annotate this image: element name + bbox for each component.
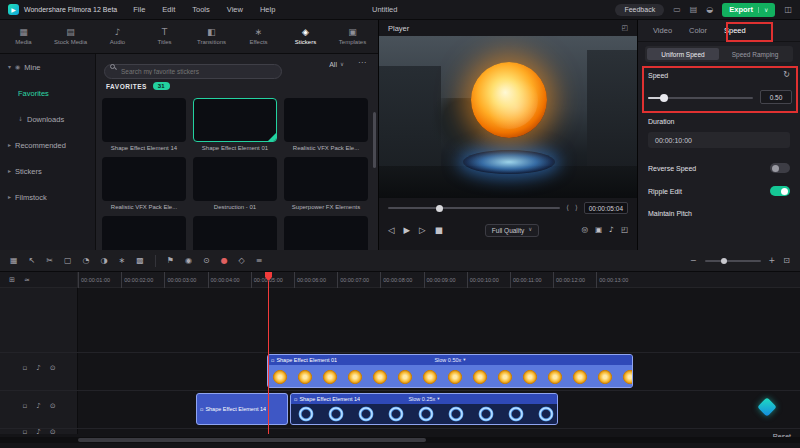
split-tool-icon[interactable]: ✂ [46,257,53,265]
tab-audio[interactable]: ♪Audio [94,20,141,53]
clip-speed-badge[interactable]: Slow 0.50x▾ [434,357,465,363]
timeline-ruler[interactable]: ⊞ ≈ 00:00:01:00 00:00:02:00 00:00:03:00 … [0,272,800,288]
screen-record-icon[interactable]: ▭ [673,6,681,14]
menu-help[interactable]: Help [260,5,275,14]
track-source-icon[interactable]: ▫ [22,365,27,372]
detach-player-icon[interactable]: ◰ [621,25,628,32]
sidebar-item-favorites[interactable]: Favorites [0,80,95,106]
subtab-speed-ramping[interactable]: Speed Ramping [719,48,791,60]
sticker-item-selected[interactable]: Shape Effect Element 01 [193,98,277,151]
stop-icon[interactable]: ■ [435,226,443,235]
mark-out-icon[interactable]: ⟩ [575,205,578,212]
sidebar-item-recommended[interactable]: ▸Recommended [0,132,95,158]
sticker-item[interactable]: Destruction - 01 [193,157,277,210]
sticker-item[interactable]: Superpower FX Elements [284,157,368,210]
ripple-edit-toggle[interactable] [770,186,790,196]
ai-sparkle-icon[interactable] [757,397,777,417]
export-button[interactable]: Export ∨ [722,3,775,17]
notification-icon[interactable]: ◒ [706,6,713,14]
fullscreen-icon[interactable]: ◰ [621,226,628,234]
sidebar-item-stickers[interactable]: ▸Stickers [0,158,95,184]
duration-value-field[interactable]: 00:00:10:00 [648,132,790,148]
voiceover-tool-icon[interactable]: ⊙ [203,257,210,265]
shortcut-icon[interactable]: ▤ [690,6,698,14]
timeline-clip-shape-effect-14[interactable]: ▫Shape Effect Element 14 [196,393,288,425]
sidebar-item-mine[interactable]: ▾◉Mine [0,54,95,80]
snapshot-icon[interactable]: ◎ [581,226,588,234]
quality-dropdown[interactable]: Full Quality ∨ [485,224,540,237]
next-frame-icon[interactable]: ▷ [419,226,426,235]
mark-in-icon[interactable]: ⟨ [566,205,569,212]
mixer-tool-icon[interactable]: ≡ [256,257,263,265]
previous-frame-icon[interactable]: ◁ [388,226,395,235]
video-preview[interactable] [379,36,637,198]
crop-tool-icon[interactable]: ▢ [64,257,72,265]
menu-view[interactable]: View [227,5,243,14]
horizontal-scrollbar[interactable] [0,437,800,443]
snapshot-tool-icon[interactable]: ◉ [185,257,192,265]
timeline-zoom-slider[interactable] [705,260,761,262]
record-button-icon[interactable]: ● [221,257,228,265]
track-visibility-icon[interactable]: ⊙ [50,403,56,410]
track-source-icon[interactable]: ▫ [22,403,27,410]
sidebar-item-downloads[interactable]: ↓Downloads [0,106,95,132]
menu-file[interactable]: File [133,5,145,14]
track-mute-icon[interactable]: ♪ [36,403,40,410]
menu-tools[interactable]: Tools [192,5,210,14]
feedback-button[interactable]: Feedback [615,4,664,16]
track-source-icon[interactable]: ▫ [22,429,27,436]
track-visibility-icon[interactable]: ⊙ [50,429,56,436]
play-icon[interactable]: ▶ [404,226,411,235]
mask-tool-icon[interactable]: ▩ [136,257,144,265]
sticker-item[interactable] [102,216,186,250]
volume-icon[interactable]: ♪ [609,226,614,234]
search-input[interactable] [104,64,282,79]
menu-edit[interactable]: Edit [162,5,175,14]
zoom-out-icon[interactable]: − [690,257,697,265]
effects-tool-icon[interactable]: ∗ [119,257,126,265]
timeline-clip-shape-effect-01[interactable]: ▫Shape Effect Element 01 Slow 0.50x▾ [267,354,633,388]
tab-transitions[interactable]: ◧Transitions [188,20,235,53]
horizontal-scrollbar-thumb[interactable] [78,438,426,442]
snap-toggle-icon[interactable]: ≈ [24,277,30,284]
add-track-icon[interactable]: ⊞ [9,277,15,284]
export-chevron-icon[interactable]: ∨ [758,7,768,13]
timeline-zoom-handle[interactable] [721,258,727,264]
timeline-clip-shape-effect-14-slow[interactable]: ▫Shape Effect Element 14 Slow 0.25x▾ [290,393,558,425]
clip-speed-badge[interactable]: Slow 0.25x▾ [408,396,439,402]
tab-stock-media[interactable]: ▤Stock Media [47,20,94,53]
more-options-icon[interactable]: ⋯ [358,59,366,67]
seek-bar[interactable] [388,207,560,209]
playhead[interactable] [265,272,272,281]
marker-tool-icon[interactable]: ⚑ [167,257,174,265]
color-tool-icon[interactable]: ◑ [101,257,108,265]
track-mute-icon[interactable]: ♪ [36,365,40,372]
tab-titles[interactable]: TTitles [141,20,188,53]
tab-effects[interactable]: ∗Effects [235,20,282,53]
sticker-item[interactable] [193,216,277,250]
pointer-tool-icon[interactable]: ↖ [29,257,36,265]
sidebar-item-filmstock[interactable]: ▸Filmstock [0,184,95,210]
filter-dropdown[interactable]: All∨ [329,61,344,68]
subtab-uniform-speed[interactable]: Uniform Speed [647,48,719,60]
sticker-item[interactable]: Realistic VFX Pack Ele... [284,98,368,151]
vertical-scrollbar[interactable] [373,112,376,168]
track-mute-icon[interactable]: ♪ [36,429,40,436]
sticker-item[interactable] [284,216,368,250]
playhead-handle[interactable] [265,272,272,281]
tab-templates[interactable]: ▣Templates [329,20,376,53]
zoom-in-icon[interactable]: + [769,257,776,265]
reverse-speed-toggle[interactable] [770,163,790,173]
sticker-item[interactable]: Realistic VFX Pack Ele... [102,157,186,210]
seek-handle[interactable] [436,205,443,212]
fit-timeline-icon[interactable]: ⊡ [783,257,790,265]
keyframe-tool-icon[interactable]: ◇ [239,257,245,265]
speed-tool-icon[interactable]: ◔ [83,257,90,265]
dual-screen-icon[interactable]: ▣ [595,226,602,234]
manage-tracks-icon[interactable]: ▦ [10,257,18,265]
tab-stickers[interactable]: ◈Stickers [282,20,329,53]
tab-media[interactable]: ▦Media [0,20,47,53]
sticker-item[interactable]: Shape Effect Element 14 [102,98,186,151]
layout-icon[interactable]: ◫ [784,6,792,14]
track-visibility-icon[interactable]: ⊙ [50,365,56,372]
